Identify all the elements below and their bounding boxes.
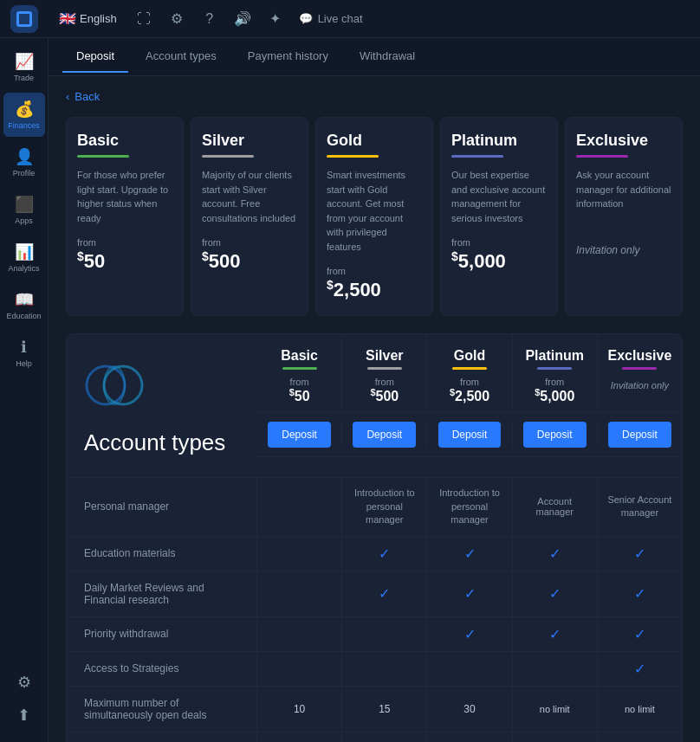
- live-chat-button[interactable]: 💬 Live chat: [299, 12, 363, 25]
- card-desc-gold: Smart investments start with Gold accoun…: [327, 168, 422, 254]
- at-deposit-silver: Deposit: [342, 422, 427, 448]
- row-cell-basic-md: 10: [257, 687, 342, 732]
- sidebar-label-profile: Profile: [13, 169, 36, 177]
- deposit-btn-basic[interactable]: Deposit: [268, 422, 331, 448]
- check-icon: ✓: [549, 626, 561, 642]
- row-label-max-amount: Maximum deal amount: [67, 732, 257, 743]
- at-col-platinum: Platinum from $5,000: [513, 334, 598, 411]
- row-label-withdrawal: Priority withdrawal: [67, 617, 257, 651]
- sidebar-item-analytics[interactable]: 📊 Analytics: [3, 236, 45, 280]
- sidebar-item-logout[interactable]: ⬆: [3, 699, 45, 732]
- at-deposit-basic: Deposit: [257, 422, 342, 448]
- row-cell-gold-md: 30: [427, 687, 512, 732]
- svg-point-0: [87, 366, 125, 404]
- table-row: Access to Strategies ✓: [67, 652, 682, 687]
- row-cell-exclusive-edu: ✓: [598, 537, 682, 571]
- row-cell-basic-as: [257, 652, 342, 686]
- logout-icon: ⬆: [17, 706, 30, 725]
- card-title-gold: Gold: [327, 132, 422, 150]
- chat-icon: 💬: [299, 12, 313, 25]
- table-row: Daily Market Reviews and Financial resea…: [67, 571, 682, 617]
- row-cell-silver-pw: [342, 617, 427, 651]
- language-selector[interactable]: 🇬🇧 English: [52, 7, 124, 30]
- tab-deposit[interactable]: Deposit: [62, 41, 128, 73]
- at-columns-area: Basic from $50 Silver from $500: [257, 334, 682, 477]
- card-line-silver: [202, 155, 254, 158]
- at-col-invite-exclusive: Invitation only: [605, 380, 675, 390]
- settings-icon[interactable]: ⚙: [164, 6, 190, 32]
- education-icon: 📖: [15, 290, 34, 309]
- check-icon: ✓: [634, 661, 645, 677]
- sidebar-item-help[interactable]: ℹ Help: [3, 331, 45, 375]
- table-row: Education materials ✓ ✓ ✓ ✓: [67, 537, 682, 571]
- at-feature-table: Personal manager Introduction to persona…: [67, 478, 682, 742]
- star-icon[interactable]: ✦: [262, 6, 288, 32]
- at-col-from-silver: from: [349, 377, 419, 387]
- deposit-btn-silver[interactable]: Deposit: [353, 422, 416, 448]
- at-col-title-platinum: Platinum: [520, 348, 590, 364]
- inner-content: ‹ Back Basic For those who prefer light …: [49, 76, 700, 742]
- deposit-btn-platinum[interactable]: Deposit: [523, 422, 587, 448]
- deposit-btn-exclusive[interactable]: Deposit: [608, 422, 671, 448]
- logo: [10, 5, 38, 33]
- sidebar-item-trade[interactable]: 📈 Trade: [3, 45, 45, 89]
- at-col-title-gold: Gold: [434, 348, 504, 364]
- sound-icon[interactable]: 🔊: [230, 6, 256, 32]
- row-cell-silver-edu: ✓: [342, 537, 427, 571]
- back-label: Back: [75, 90, 100, 103]
- deposit-btn-gold[interactable]: Deposit: [438, 422, 502, 448]
- sidebar-item-settings[interactable]: ⚙: [3, 666, 45, 699]
- check-icon: ✓: [464, 545, 476, 562]
- row-cell-basic-pm: [257, 478, 342, 535]
- check-icon: ✓: [549, 585, 561, 602]
- sidebar-item-education[interactable]: 📖 Education: [3, 283, 45, 327]
- table-row: Personal manager Introduction to persona…: [67, 478, 682, 536]
- card-title-platinum: Platinum: [451, 132, 547, 150]
- card-desc-silver: Majority of our clients start with Silve…: [202, 168, 297, 225]
- sidebar-item-profile[interactable]: 👤 Profile: [3, 140, 45, 184]
- row-label-strategies: Access to Strategies: [67, 652, 257, 686]
- tab-payment-history[interactable]: Payment history: [234, 41, 342, 73]
- at-col-title-exclusive: Exclusive: [605, 348, 675, 364]
- sidebar-label-education: Education: [6, 312, 41, 320]
- sidebar-label-analytics: Analytics: [8, 264, 39, 273]
- row-cell-gold-as: [427, 652, 512, 686]
- row-cell-platinum-as: [513, 652, 598, 686]
- card-from-platinum: from: [451, 237, 547, 248]
- row-cell-platinum-md: no limit: [513, 687, 598, 732]
- check-icon: ✓: [464, 585, 476, 602]
- at-col-amount-platinum: $5,000: [520, 387, 590, 404]
- at-col-from-gold: from: [434, 377, 504, 387]
- row-cell-exclusive-md: no limit: [598, 687, 682, 732]
- logo-icon: [16, 11, 32, 27]
- row-cell-exclusive-as: ✓: [598, 652, 682, 686]
- sidebar-label-finances: Finances: [8, 121, 40, 130]
- card-exclusive: Exclusive Ask your account manager for a…: [565, 117, 683, 316]
- at-col-title-basic: Basic: [264, 348, 334, 364]
- row-cell-gold-ma: $1,000: [427, 732, 512, 743]
- at-logo-svg: [84, 355, 145, 416]
- top-bar: 🇬🇧 English ⛶ ⚙ ? 🔊 ✦ 💬 Live chat: [0, 0, 700, 38]
- card-gold: Gold Smart investments start with Gold a…: [315, 117, 433, 316]
- row-label-market-reviews: Daily Market Reviews and Financial resea…: [67, 571, 257, 616]
- help-icon[interactable]: ?: [197, 6, 223, 32]
- expand-icon[interactable]: ⛶: [131, 6, 157, 32]
- card-line-basic: [77, 155, 129, 158]
- sidebar-item-apps[interactable]: ⬛ Apps: [3, 188, 45, 232]
- sidebar-bottom: ⚙ ⬆: [3, 666, 45, 742]
- account-types-section: Account types Basic from $50: [66, 333, 683, 742]
- back-button[interactable]: ‹ Back: [66, 90, 683, 103]
- card-amount-silver: $500: [202, 249, 297, 273]
- row-cell-silver-md: 15: [342, 687, 427, 732]
- card-amount-platinum: $5,000: [451, 249, 547, 273]
- card-invitation-only: Invitation only: [576, 244, 671, 256]
- at-col-from-platinum: from: [520, 377, 590, 387]
- sidebar-item-finances[interactable]: 💰 Finances: [3, 93, 45, 137]
- card-desc-basic: For those who prefer light start. Upgrad…: [77, 168, 172, 225]
- card-amount-gold: $2,500: [327, 278, 422, 301]
- table-row: Priority withdrawal ✓ ✓ ✓: [67, 617, 682, 652]
- tab-account-types[interactable]: Account types: [132, 41, 230, 73]
- row-cell-exclusive-mr: ✓: [598, 571, 682, 616]
- svg-point-1: [104, 366, 142, 404]
- tab-withdrawal[interactable]: Withdrawal: [346, 41, 429, 73]
